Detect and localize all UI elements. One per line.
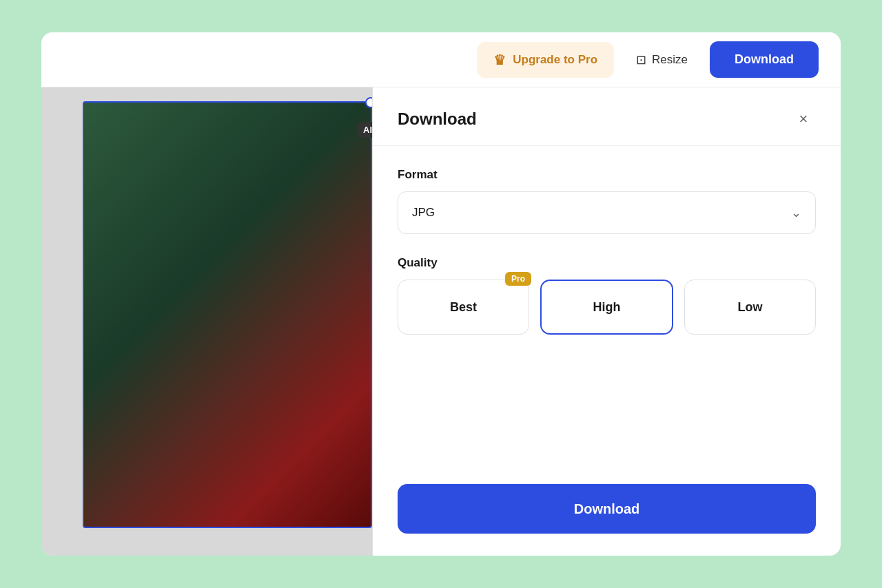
quality-high-label: High — [593, 300, 621, 315]
download-panel: Download × Format JPG ⌄ Quality — [372, 87, 841, 556]
quality-high-button[interactable]: High — [540, 280, 673, 335]
download-header-button[interactable]: Download — [710, 41, 819, 78]
panel-title: Download — [398, 109, 477, 129]
format-section: Format JPG ⌄ — [398, 168, 816, 234]
upgrade-label: Upgrade to Pro — [513, 53, 597, 67]
quality-low-label: Low — [738, 300, 763, 315]
resize-icon: ⊡ — [636, 52, 646, 67]
close-button[interactable]: × — [791, 107, 816, 132]
quality-best-label: Best — [450, 300, 477, 315]
quality-label: Quality — [398, 256, 816, 270]
quality-options: Pro Best High Low — [398, 280, 816, 335]
quality-section: Quality Pro Best High Low — [398, 256, 816, 335]
resize-label: Resize — [652, 53, 688, 67]
app-container: ♛ Upgrade to Pro ⊡ Resize Download AI Do… — [41, 32, 841, 556]
main-area: AI Download × Format JPG ⌄ — [41, 87, 841, 556]
chevron-down-icon: ⌄ — [791, 205, 801, 220]
quality-low-button[interactable]: Low — [684, 280, 816, 335]
download-action-button[interactable]: Download — [398, 484, 816, 534]
crown-icon: ♛ — [493, 52, 506, 68]
upgrade-button[interactable]: ♛ Upgrade to Pro — [477, 42, 614, 78]
resize-button[interactable]: ⊡ Resize — [625, 45, 699, 74]
panel-header: Download × — [373, 87, 841, 146]
toolbar: ♛ Upgrade to Pro ⊡ Resize Download — [41, 32, 841, 87]
pro-badge: Pro — [505, 272, 531, 286]
canvas-image: AI — [83, 101, 372, 528]
format-value: JPG — [412, 206, 435, 220]
format-select[interactable]: JPG ⌄ — [398, 191, 816, 234]
panel-body: Format JPG ⌄ Quality Pro Best — [373, 146, 841, 484]
quality-best-button[interactable]: Pro Best — [398, 280, 529, 335]
panel-footer: Download — [373, 484, 841, 556]
format-label: Format — [398, 168, 816, 182]
